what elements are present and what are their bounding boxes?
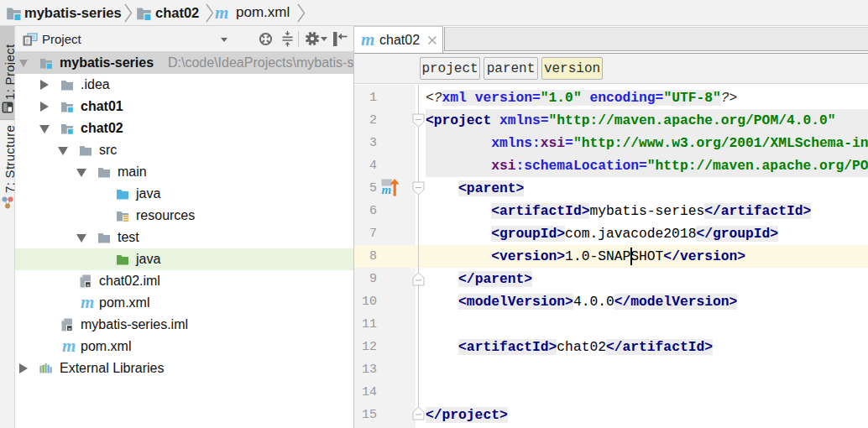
svg-text:m: m [382,183,392,196]
